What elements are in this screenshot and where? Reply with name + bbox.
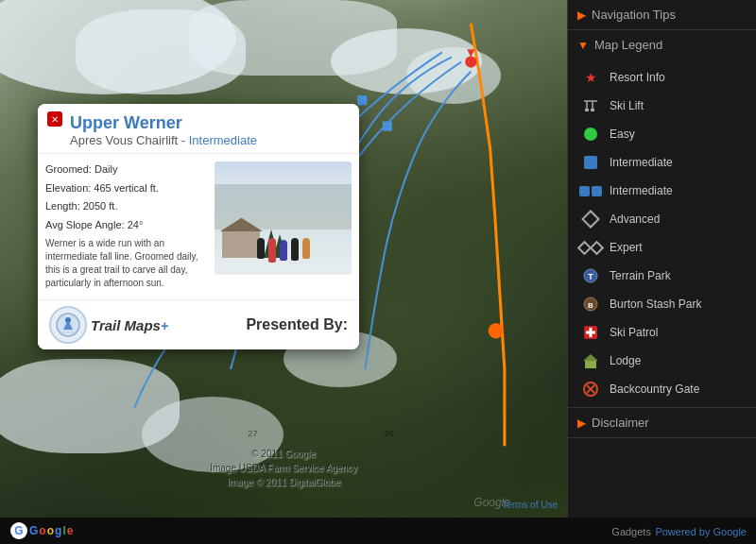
terms-of-use-link[interactable]: Terms of Use <box>502 500 558 510</box>
legend-ski-lift[interactable]: Ski Lift <box>568 92 756 120</box>
terrain-park-icon: T <box>581 266 600 285</box>
popup-trail-name: Upper Werner <box>70 113 346 133</box>
svg-rect-3 <box>383 122 392 131</box>
stat-elevation: Elevation: 465 vertical ft. <box>45 180 207 197</box>
nav-tips-chevron: ▶ <box>577 8 586 22</box>
legend-items-list: ★ Resort Info Ski <box>568 60 756 407</box>
svg-rect-13 <box>591 109 594 111</box>
easy-icon <box>581 125 600 144</box>
disclaimer-chevron: ▶ <box>577 416 586 430</box>
legend-ski-patrol[interactable]: Ski Patrol <box>568 318 756 347</box>
stat-length: Length: 2050 ft. <box>45 198 207 215</box>
navigation-tips-label: Navigation Tips <box>592 8 676 22</box>
legend-terrain-park-label: Terrain Park <box>610 269 671 282</box>
popup-stats-section: Groomed: Daily Elevation: 465 vertical f… <box>45 162 207 292</box>
gadgets-label: Gadgets <box>611 526 651 537</box>
legend-expert[interactable]: Expert <box>568 233 756 262</box>
svg-text:G: G <box>14 524 23 537</box>
ski-lift-icon <box>581 96 600 115</box>
popup-close-button[interactable]: ✕ <box>47 111 62 127</box>
legend-ski-patrol-label: Ski Patrol <box>610 326 658 339</box>
bottom-bar: G Google Gadgets Powered by Google <box>0 518 756 544</box>
powered-by-google[interactable]: Powered by Google <box>655 526 747 537</box>
legend-terrain-park[interactable]: T Terrain Park <box>568 262 756 290</box>
map-container[interactable]: 27 26 ✕ Upper Werner Apres Vous Chairlif… <box>0 0 567 518</box>
intermediate-1-icon <box>581 153 600 172</box>
svg-marker-1 <box>467 49 474 57</box>
legend-backcountry-gate[interactable]: Backcountry Gate <box>568 375 756 403</box>
legend-backcountry-gate-label: Backcountry Gate <box>610 382 699 396</box>
legend-chevron: ▼ <box>577 39 589 52</box>
backcountry-gate-icon <box>581 380 600 399</box>
legend-burton-stash-label: Burton Stash Park <box>610 298 701 311</box>
legend-resort-info-label: Resort Info <box>610 71 665 84</box>
logo-text: Trail Maps+ <box>91 317 168 333</box>
map-attribution: © 2011 Google Image USDA Farm Service Ag… <box>0 447 567 489</box>
google-logo: G Google <box>9 521 73 540</box>
legend-advanced[interactable]: Advanced <box>568 205 756 233</box>
popup-footer: Trail Maps+ Presented By: <box>38 299 359 349</box>
legend-expert-label: Expert <box>610 241 643 254</box>
trail-maps-logo: Trail Maps+ <box>49 306 168 344</box>
map-legend-header[interactable]: ▼ Map Legend <box>568 30 756 60</box>
disclaimer-label: Disclaimer <box>592 416 649 430</box>
popup-description: Werner is a wide run with an intermediat… <box>45 237 207 290</box>
legend-intermediate-1-label: Intermediate <box>610 156 673 169</box>
svg-point-4 <box>489 323 504 338</box>
presented-by-label: Presented By: <box>246 316 348 333</box>
svg-point-0 <box>465 56 476 67</box>
stat-slope: Avg Slope Angle: 24° <box>45 217 207 234</box>
legend-burton-stash[interactable]: B Burton Stash Park <box>568 290 756 318</box>
svg-rect-20 <box>586 332 595 334</box>
legend-ski-lift-label: Ski Lift <box>610 99 644 112</box>
disclaimer-section: ▶ Disclaimer <box>568 408 756 438</box>
map-legend-label: Map Legend <box>594 38 662 52</box>
trail-info-popup: ✕ Upper Werner Apres Vous Chairlift - In… <box>38 104 359 349</box>
legend-intermediate-2[interactable]: Intermediate <box>568 177 756 205</box>
advanced-icon <box>581 210 600 229</box>
legend-advanced-label: Advanced <box>610 212 660 226</box>
navigation-tips-header[interactable]: ▶ Navigation Tips <box>568 0 756 29</box>
gadgets-info: Gadgets Powered by Google <box>611 522 747 539</box>
lodge-icon <box>581 351 600 370</box>
svg-marker-22 <box>583 354 598 361</box>
svg-text:B: B <box>588 301 593 310</box>
svg-point-8 <box>65 317 71 323</box>
intermediate-2-icon <box>581 181 600 200</box>
sidebar: ▶ Navigation Tips ▼ Map Legend ★ Resort … <box>567 0 756 518</box>
ski-patrol-icon <box>581 323 600 342</box>
disclaimer-header[interactable]: ▶ Disclaimer <box>568 408 756 437</box>
map-legend-section: ▼ Map Legend ★ Resort Info <box>568 30 756 408</box>
stat-groomed: Groomed: Daily <box>45 162 207 178</box>
legend-easy[interactable]: Easy <box>568 120 756 148</box>
expert-icon <box>581 238 600 257</box>
legend-lodge[interactable]: Lodge <box>568 347 756 375</box>
svg-rect-2 <box>357 95 367 105</box>
legend-easy-label: Easy <box>610 128 635 141</box>
svg-rect-21 <box>585 361 596 368</box>
svg-text:27: 27 <box>248 429 257 438</box>
legend-resort-info[interactable]: ★ Resort Info <box>568 63 756 92</box>
popup-chairlift: Apres Vous Chairlift - Intermediate <box>70 133 346 147</box>
svg-text:26: 26 <box>385 429 394 438</box>
resort-info-icon: ★ <box>581 68 600 87</box>
popup-trail-photo <box>215 162 352 275</box>
navigation-tips-section: ▶ Navigation Tips <box>568 0 756 30</box>
svg-text:T: T <box>588 272 593 281</box>
svg-rect-11 <box>585 109 589 111</box>
legend-intermediate-1[interactable]: Intermediate <box>568 148 756 177</box>
legend-lodge-label: Lodge <box>610 354 641 367</box>
legend-intermediate-2-label: Intermediate <box>610 184 673 197</box>
burton-stash-icon: B <box>581 295 600 314</box>
